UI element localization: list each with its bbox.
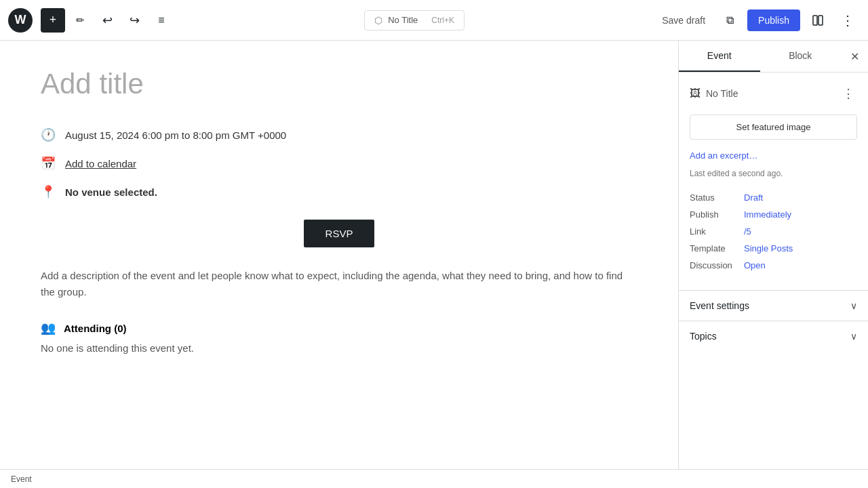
view-button[interactable]: ⧉ (717, 8, 742, 33)
sidebar-event-panel: 🖼 No Title ⋮ Set featured image Add an e… (679, 73, 868, 290)
layout-button[interactable] (806, 8, 830, 33)
post-title-input[interactable]: Add title (41, 68, 637, 100)
editor-canvas: Add title 🕐 August 15, 2024 6:00 pm to 8… (0, 41, 678, 469)
topics-toggle[interactable]: Topics ∨ (679, 321, 868, 351)
publish-row: Publish Immediately (690, 206, 857, 223)
edit-button[interactable]: ✏ (68, 8, 92, 33)
people-icon: 👥 (41, 321, 56, 336)
sidebar-tabs: Event Block ✕ (679, 41, 868, 73)
status-row: Status Draft (690, 189, 857, 206)
link-value-link[interactable]: /5 (744, 226, 751, 237)
undo-button[interactable]: ↩ (95, 8, 119, 33)
post-meta-table: Status Draft Publish Immediately Link /5… (690, 189, 857, 274)
toolbar-right: Save draft ⧉ Publish ⋮ (655, 8, 860, 33)
add-excerpt-link[interactable]: Add an excerpt… (690, 150, 857, 161)
toolbar: W + ✏ ↩ ↪ ≡ ⬡ No Title Ctrl+K Save draft… (0, 0, 868, 41)
no-attending-text: No one is attending this event yet. (41, 342, 637, 354)
calendar-row: 📅 Add to calendar (41, 156, 637, 171)
redo-button[interactable]: ↪ (122, 8, 146, 33)
wordpress-logo[interactable]: W (8, 8, 33, 33)
sidebar: Event Block ✕ 🖼 No Title ⋮ Set featured … (678, 41, 868, 469)
add-to-calendar-link[interactable]: Add to calendar (65, 158, 136, 169)
topics-chevron-icon: ∨ (850, 331, 857, 342)
tab-event[interactable]: Event (679, 41, 760, 72)
main-area: Add title 🕐 August 15, 2024 6:00 pm to 8… (0, 41, 868, 469)
template-link[interactable]: Single Posts (744, 243, 793, 253)
rsvp-container: RSVP (41, 220, 637, 247)
event-settings-toggle[interactable]: Event settings ∨ (679, 291, 868, 321)
toolbar-center: ⬡ No Title Ctrl+K (176, 10, 652, 30)
add-block-button[interactable]: + (41, 8, 65, 33)
attending-row: 👥 Attending (0) (41, 321, 637, 336)
date-time-row: 🕐 August 15, 2024 6:00 pm to 8:00 pm GMT… (41, 127, 637, 142)
location-icon: 📍 (41, 184, 56, 199)
list-view-button[interactable]: ≡ (149, 8, 174, 33)
post-status-bar: 🖼 No Title ⋮ (690, 83, 857, 104)
save-draft-button[interactable]: Save draft (655, 11, 712, 30)
tab-block[interactable]: Block (760, 41, 842, 72)
event-settings-section: Event settings ∨ (679, 290, 868, 321)
topics-section: Topics ∨ (679, 321, 868, 351)
sidebar-close-button[interactable]: ✕ (841, 41, 868, 72)
svg-rect-0 (813, 16, 817, 25)
status-link[interactable]: Draft (744, 192, 763, 203)
post-icon-title: 🖼 No Title (690, 87, 738, 100)
svg-rect-1 (818, 16, 823, 25)
discussion-link[interactable]: Open (744, 260, 766, 270)
template-row: Template Single Posts (690, 240, 857, 257)
calendar-icon: 📅 (41, 156, 56, 171)
more-options-button[interactable]: ⋮ (835, 8, 860, 33)
event-settings-chevron-icon: ∨ (850, 300, 857, 311)
draft-icon: ⬡ (374, 15, 382, 26)
discussion-row: Discussion Open (690, 257, 857, 274)
publish-button[interactable]: Publish (747, 9, 800, 31)
document-title-pill[interactable]: ⬡ No Title Ctrl+K (364, 10, 465, 30)
link-row: Link /5 (690, 223, 857, 240)
venue-row: 📍 No venue selected. (41, 184, 637, 199)
publish-link[interactable]: Immediately (744, 209, 791, 220)
rsvp-button[interactable]: RSVP (304, 220, 375, 247)
post-more-button[interactable]: ⋮ (840, 83, 857, 104)
post-draft-icon: 🖼 (690, 87, 701, 100)
clock-icon: 🕐 (41, 127, 56, 142)
last-edited-text: Last edited a second ago. (690, 169, 857, 178)
status-bar: Event (0, 469, 868, 488)
event-meta: 🕐 August 15, 2024 6:00 pm to 8:00 pm GMT… (41, 127, 637, 199)
shortcut-hint: Ctrl+K (431, 16, 454, 25)
event-description[interactable]: Add a description of the event and let p… (41, 268, 637, 300)
set-featured-image-button[interactable]: Set featured image (690, 115, 857, 140)
